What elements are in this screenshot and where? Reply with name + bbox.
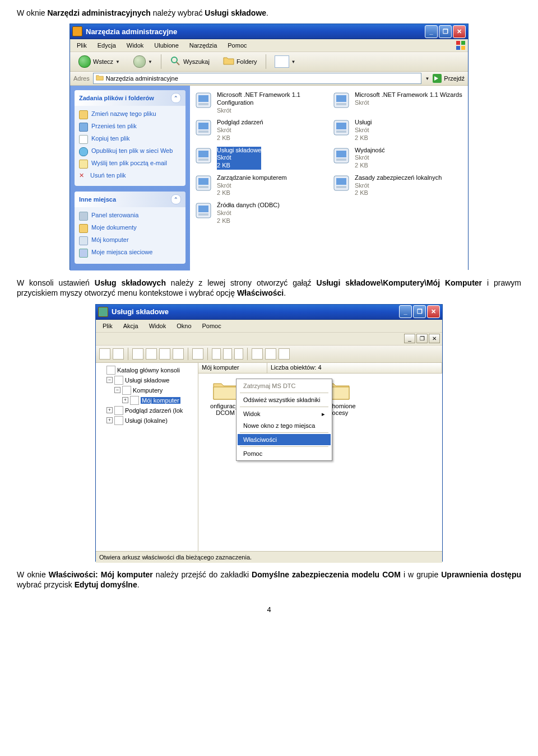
svg-rect-26 — [198, 186, 208, 188]
ctx-item[interactable]: Widok▸ — [238, 408, 331, 420]
file-item[interactable]: UsługiSkrót2 KB — [331, 118, 465, 143]
menu-tools[interactable]: Narzędzia — [185, 41, 222, 50]
file-item[interactable]: Microsoft .NET Framework 1.1 Configurati… — [193, 90, 327, 115]
toolbar-icon[interactable] — [212, 348, 221, 360]
tree-icon — [114, 406, 123, 415]
toolbar-icon[interactable] — [192, 348, 203, 360]
ctx-label: Odśwież wszystkie składniki — [243, 396, 321, 403]
files-pane[interactable]: Microsoft .NET Framework 1.1 Configurati… — [190, 86, 468, 270]
tasks-panel: Zadania plików i folderów⌃ Zmień nazwę t… — [70, 86, 190, 270]
task-label: Opublikuj ten plik w sieci Web — [91, 147, 173, 154]
toolbar-icon[interactable] — [252, 348, 263, 360]
mdi-minimize[interactable]: _ — [404, 334, 415, 343]
menu-file[interactable]: Plik — [72, 41, 91, 50]
folder-icon — [212, 379, 238, 400]
caret-icon[interactable]: ▼ — [425, 76, 429, 81]
menu-help[interactable]: Pomoc — [223, 41, 251, 50]
address-field[interactable]: Narzędzia administracyjne — [93, 73, 422, 84]
ctx-item[interactable]: Właściwości — [238, 434, 331, 445]
task-publish[interactable]: Opublikuj ten plik w sieci Web — [78, 146, 182, 158]
go-button[interactable]: Przejdź — [433, 74, 465, 83]
place-my-documents[interactable]: Moje dokumenty — [78, 222, 182, 235]
expand-icon[interactable]: + — [106, 407, 113, 413]
search-button[interactable]: Wyszukaj — [165, 54, 215, 69]
tree-item[interactable]: +Usługi (lokalne) — [97, 416, 197, 426]
toolbar-icon[interactable] — [159, 348, 170, 360]
back-button[interactable]: Wstecz▼ — [73, 54, 125, 69]
ctx-item[interactable]: Odśwież wszystkie składniki — [238, 394, 331, 405]
toolbar-icon[interactable] — [223, 348, 232, 360]
file-size: 2 KB — [217, 217, 280, 225]
tree-item[interactable]: Katalog główny konsoli — [97, 365, 197, 375]
toolbar-icon[interactable] — [279, 348, 290, 360]
menu-view[interactable]: Widok — [122, 41, 149, 50]
menu-help[interactable]: Pomoc — [198, 321, 226, 330]
close-button[interactable]: ✕ — [427, 305, 440, 318]
windows-flag-icon — [456, 40, 466, 50]
file-item[interactable]: Zarządzanie komputeremSkrót2 KB — [193, 173, 327, 198]
para-1: W oknie Narzędzi administracyjnych należ… — [17, 8, 521, 18]
file-size: 2 KB — [355, 189, 442, 197]
menu-favorites[interactable]: Ulubione — [150, 41, 183, 50]
titlebar[interactable]: Usługi składowe _ ❐ ✕ — [96, 305, 442, 320]
mdi-restore[interactable]: ❐ — [416, 334, 428, 343]
expand-icon[interactable]: − — [114, 387, 120, 393]
file-item[interactable]: Źródła danych (ODBC)Skrót2 KB — [193, 200, 327, 226]
task-copy[interactable]: Kopiuj ten plik — [78, 133, 182, 146]
minimize-button[interactable]: _ — [425, 25, 438, 38]
menu-file[interactable]: Plik — [98, 321, 117, 330]
tree-label: Usługi składowe — [125, 377, 169, 384]
views-button[interactable]: ▼ — [270, 54, 301, 69]
forward-button[interactable]: ▼ — [128, 54, 157, 69]
toolbar-icon[interactable] — [234, 348, 243, 360]
task-move[interactable]: Przenieś ten plik — [78, 121, 182, 133]
file-item[interactable]: Podgląd zdarzeńSkrót2 KB — [193, 118, 327, 143]
col-count[interactable]: Liczba obiektów: 4 — [267, 363, 442, 373]
close-button[interactable]: ✕ — [453, 25, 466, 38]
file-item[interactable]: Microsoft .NET Framework 1.1 WizardsSkró… — [331, 90, 465, 115]
folders-button[interactable]: Foldery — [218, 54, 262, 69]
text-bold: Usługi składowe — [205, 8, 266, 17]
maximize-button[interactable]: ❐ — [439, 25, 452, 38]
ctx-item[interactable]: Pomoc — [238, 448, 331, 459]
place-my-computer[interactable]: Mój komputer — [78, 235, 182, 247]
titlebar[interactable]: Narzędzia administracyjne _ ❐ ✕ — [70, 24, 468, 39]
toolbar-icon[interactable] — [132, 348, 143, 360]
menu-window[interactable]: Okno — [172, 321, 196, 330]
tree-item[interactable]: +Mój komputer — [97, 395, 197, 405]
file-item[interactable]: Zasady zabezpieczeń lokalnychSkrót2 KB — [331, 173, 465, 198]
toolbar: Wstecz▼ ▼ Wyszukaj Foldery ▼ — [70, 52, 468, 72]
expand-icon[interactable]: − — [106, 377, 113, 383]
mdi-close[interactable]: ✕ — [429, 334, 440, 343]
tree-item[interactable]: −Usługi składowe — [97, 375, 197, 385]
caret-icon: ▼ — [115, 59, 120, 64]
tasks-header[interactable]: Zadania plików i folderów⌃ — [75, 90, 185, 106]
minimize-button[interactable]: _ — [399, 305, 412, 318]
file-item[interactable]: WydajnośćSkrót2 KB — [331, 146, 465, 171]
menu-view[interactable]: Widok — [145, 321, 171, 330]
tree-item[interactable]: +Podgląd zdarzeń (lok — [97, 405, 197, 416]
expand-icon[interactable]: + — [106, 417, 113, 423]
place-control-panel[interactable]: Panel sterowania — [78, 210, 182, 222]
task-rename[interactable]: Zmień nazwę tego pliku — [78, 109, 182, 121]
maximize-button[interactable]: ❐ — [413, 305, 426, 318]
tree-pane[interactable]: Katalog główny konsoli−Usługi składowe−K… — [96, 363, 198, 551]
col-name[interactable]: Mój komputer — [198, 363, 267, 373]
toolbar-icon[interactable] — [113, 348, 124, 360]
toolbar-icon[interactable] — [146, 348, 157, 360]
place-network[interactable]: Moje miejsca sieciowe — [78, 247, 182, 259]
menu-edit[interactable]: Edycja — [93, 41, 120, 50]
task-email[interactable]: Wyślij ten plik pocztą e-mail — [78, 158, 182, 170]
toolbar-icon[interactable] — [265, 348, 276, 360]
ctx-item[interactable]: Nowe okno z tego miejsca — [238, 420, 331, 431]
places-header[interactable]: Inne miejsca⌃ — [75, 192, 185, 207]
toolbar-icon[interactable] — [173, 348, 184, 360]
menu-action[interactable]: Akcja — [119, 321, 143, 330]
file-item[interactable]: Usługi składoweSkrót2 KB — [193, 146, 327, 171]
tree-item[interactable]: −Komputery — [97, 385, 197, 395]
task-delete[interactable]: ✕Usuń ten plik — [78, 170, 182, 181]
file-text: Zasady zabezpieczeń lokalnychSkrót2 KB — [355, 174, 442, 197]
expand-icon[interactable]: + — [122, 397, 128, 403]
toolbar-icon[interactable] — [99, 348, 110, 360]
file-size: 2 KB — [355, 134, 372, 142]
